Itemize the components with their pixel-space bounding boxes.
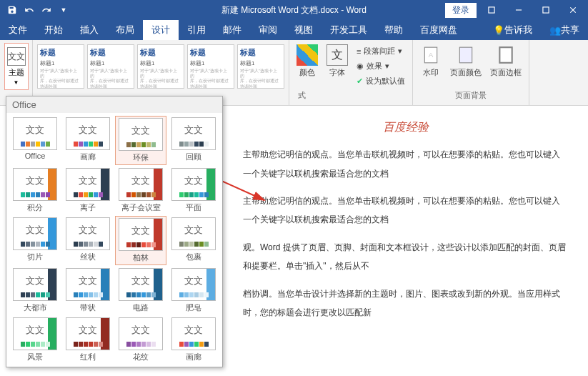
themes-dropdown-header: Office: [6, 97, 222, 113]
style-card[interactable]: 标题标题1对于"插入"选项卡上的库，在设计时都通过协调外观: [187, 44, 234, 89]
theme-item[interactable]: 文文电路: [115, 267, 166, 315]
theme-item-label: 带状: [80, 302, 96, 313]
theme-item[interactable]: 文文大都市: [9, 267, 61, 315]
window-title: 新建 Microsoft Word 文档.docx - Word: [221, 4, 367, 16]
tab-mailings[interactable]: 邮件: [214, 20, 250, 40]
tab-review[interactable]: 审阅: [250, 20, 286, 40]
theme-item-label: 离子: [80, 202, 96, 213]
themes-dropdown: Office 文文Office文文画廊文文环保文文回顾文文积分文文离子文文离子会…: [6, 96, 223, 367]
qat-dropdown-icon[interactable]: ▼: [56, 2, 71, 18]
style-gallery[interactable]: 标题标题1对于"插入"选项卡上的库，在设计时都通过协调外观标题标题1对于"插入"…: [36, 43, 286, 90]
svg-rect-0: [489, 7, 494, 13]
theme-item[interactable]: 文文带状: [62, 267, 114, 315]
theme-item[interactable]: 文文丝状: [62, 216, 114, 265]
theme-item-label: 环保: [133, 152, 149, 163]
style-card[interactable]: 标题标题1对于"插入"选项卡上的库，在设计时都通过协调外观: [137, 44, 184, 89]
theme-item-label: 红利: [80, 352, 96, 362]
theme-item[interactable]: 文文积分: [9, 167, 61, 214]
watermark-icon: A: [420, 44, 442, 66]
tab-design[interactable]: 设计: [143, 20, 179, 40]
theme-item-label: 包裹: [186, 252, 201, 262]
tab-file[interactable]: 文件: [0, 20, 36, 40]
colors-icon: [297, 44, 318, 66]
style-card[interactable]: 标题标题1对于"插入"选项卡上的库，在设计时都通过协调外观: [87, 44, 134, 89]
document-title: 百度经验: [243, 114, 568, 139]
theme-item-label: 离子会议室: [121, 202, 161, 213]
ribbon-tabs: 文件 开始 插入 布局 设计 引用 邮件 审阅 视图 开发工具 帮助 百度网盘 …: [0, 20, 588, 40]
theme-item-label: 积分: [27, 202, 43, 213]
tab-layout[interactable]: 布局: [107, 20, 143, 40]
share-button[interactable]: 👥 共享: [541, 20, 588, 40]
theme-item-label: 肥皂: [186, 302, 201, 313]
themes-button[interactable]: 文文 主题 ▼: [4, 43, 29, 90]
theme-item[interactable]: 文文离子会议室: [115, 167, 166, 214]
tab-home[interactable]: 开始: [36, 20, 71, 40]
theme-item-label: 画廊: [80, 152, 96, 162]
tab-help[interactable]: 帮助: [376, 20, 412, 40]
set-default-button[interactable]: ✔ 设为默认值: [354, 74, 408, 88]
theme-item[interactable]: 文文平面: [168, 167, 219, 214]
theme-item[interactable]: 文文Office: [9, 116, 61, 165]
tell-me[interactable]: 💡 告诉我: [484, 20, 541, 40]
svg-rect-6: [499, 47, 512, 63]
theme-item-label: 风景: [27, 352, 43, 362]
svg-rect-2: [543, 7, 549, 13]
theme-item[interactable]: 文文环保: [115, 116, 166, 165]
theme-item[interactable]: 文文离子: [62, 167, 114, 214]
fonts-button[interactable]: 文 字体: [322, 43, 352, 89]
colors-button[interactable]: 颜色: [292, 43, 322, 89]
close-icon[interactable]: [561, 1, 585, 19]
page-color-button[interactable]: 页面颜色: [446, 43, 486, 79]
tab-developer[interactable]: 开发工具: [322, 20, 376, 40]
theme-item-label: 切片: [27, 252, 43, 262]
theme-item[interactable]: 文文画廊: [62, 116, 114, 165]
theme-item[interactable]: 文文风景: [9, 316, 61, 364]
maximize-icon[interactable]: [534, 1, 558, 19]
theme-item-label: 画廊: [186, 352, 201, 362]
theme-item[interactable]: 文文画廊: [168, 316, 219, 364]
theme-item-label: 丝状: [80, 252, 96, 262]
group-label-background: 页面背景: [455, 90, 487, 102]
effects-button[interactable]: ◉ 效果 ▾: [354, 59, 408, 73]
save-icon[interactable]: [4, 2, 20, 18]
theme-item-label: 柏林: [133, 252, 149, 263]
theme-item[interactable]: 文文柏林: [115, 216, 166, 265]
paragraph-spacing-button[interactable]: ≡ 段落间距 ▾: [354, 44, 408, 58]
theme-item[interactable]: 文文肥皂: [168, 267, 219, 315]
theme-item-label: 回顾: [186, 152, 201, 162]
tab-insert[interactable]: 插入: [71, 20, 107, 40]
page-borders-icon: [495, 44, 517, 66]
document-paragraph: 主帮助您记明信的观点。当您单击联机视频时，可以在想要添的粘贴。您也可以键入一个关…: [243, 192, 568, 229]
redo-icon[interactable]: [39, 2, 54, 18]
theme-item[interactable]: 文文回顾: [168, 116, 219, 165]
themes-icon: 文文: [7, 47, 26, 66]
page-borders-button[interactable]: 页面边框: [486, 43, 526, 79]
theme-item-label: 电路: [133, 302, 149, 313]
tab-references[interactable]: 引用: [179, 20, 214, 40]
svg-rect-5: [459, 47, 472, 63]
watermark-button[interactable]: A 水印: [416, 43, 446, 79]
style-card[interactable]: 标题标题1对于"插入"选项卡上的库，在设计时都通过协调外观: [37, 44, 84, 89]
page-color-icon: [455, 44, 477, 66]
svg-text:A: A: [429, 51, 434, 59]
minimize-icon[interactable]: [507, 1, 531, 19]
tab-baidu[interactable]: 百度网盘: [412, 20, 466, 40]
ribbon-options-icon[interactable]: [479, 1, 504, 19]
theme-item[interactable]: 文文红利: [62, 316, 114, 364]
undo-icon[interactable]: [21, 2, 37, 18]
theme-item[interactable]: 文文切片: [9, 216, 61, 265]
theme-item[interactable]: 文文包裹: [168, 216, 219, 265]
document-paragraph: 档协调。当您单击设计并选择新的主题时，图片、图表或改到新的外观。当应用样式时，您…: [243, 285, 568, 322]
theme-item-label: Office: [25, 152, 46, 160]
theme-item-label: 平面: [186, 202, 201, 213]
login-button[interactable]: 登录: [445, 3, 477, 18]
svg-rect-1: [516, 9, 522, 10]
document-paragraph: 观。Word 提供了页眉、页脚、封面和文本框设计，这些设计以添加匹配的封面、页眉…: [243, 238, 568, 276]
document-paragraph: 主帮助您记明信的观点。当您单击联机视频时，可以在想要添的粘贴。您也可以键入一个关…: [243, 145, 568, 183]
document-area[interactable]: 百度经验 主帮助您记明信的观点。当您单击联机视频时，可以在想要添的粘贴。您也可以…: [229, 106, 582, 370]
style-card[interactable]: 标题标题1对于"插入"选项卡上的库，在设计时都通过协调外观: [237, 44, 284, 89]
group-label-format: 式: [292, 90, 306, 102]
theme-item-label: 大都市: [24, 302, 47, 313]
tab-view[interactable]: 视图: [286, 20, 322, 40]
theme-item[interactable]: 文文花纹: [115, 316, 166, 364]
